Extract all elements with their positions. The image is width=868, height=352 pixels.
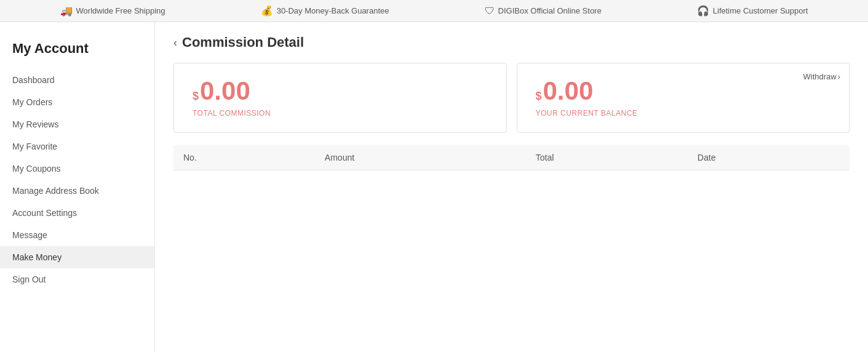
topbar-icon: 🎧 (697, 5, 709, 17)
commission-amount: $ 0.00 (193, 78, 488, 104)
sidebar: My Account DashboardMy OrdersMy ReviewsM… (0, 22, 155, 352)
main-content: ‹ Commission Detail $ 0.00 TOTAL COMMISS… (155, 22, 868, 352)
table-col-2: Total (526, 145, 688, 170)
sidebar-nav-item-9[interactable]: Sign Out (0, 268, 154, 290)
sidebar-nav-item-7[interactable]: Message (0, 224, 154, 246)
currency-symbol: $ (193, 90, 199, 103)
commission-amount: $ 0.00 (536, 78, 831, 104)
top-bar-item: 🎧Lifetime Customer Support (697, 5, 808, 17)
table-header-row: No.AmountTotalDate (173, 145, 850, 170)
withdraw-label: Withdraw (803, 72, 836, 81)
back-button[interactable]: ‹ (173, 36, 177, 49)
top-bar: 🚚Worldwide Free Shipping💰30-Day Money-Ba… (0, 0, 868, 22)
commission-label: TOTAL COMMISSION (193, 109, 488, 118)
commission-card-0: $ 0.00 TOTAL COMMISSION (173, 63, 507, 133)
withdraw-button[interactable]: Withdraw› (803, 72, 840, 81)
sidebar-nav-item-5[interactable]: Manage Address Book (0, 180, 154, 202)
table-header: No.AmountTotalDate (173, 145, 850, 170)
amount-value: 0.00 (200, 78, 250, 104)
commission-card-1: Withdraw› $ 0.00 YOUR CURRENT BALANCE (517, 63, 850, 133)
topbar-label: 30-Day Money-Back Guarantee (277, 6, 389, 15)
sidebar-nav-item-2[interactable]: My Reviews (0, 113, 154, 135)
top-bar-item: 💰30-Day Money-Back Guarantee (261, 5, 389, 17)
sidebar-title: My Account (0, 34, 154, 69)
main-layout: My Account DashboardMy OrdersMy ReviewsM… (0, 22, 868, 352)
sidebar-nav-item-8[interactable]: Make Money (0, 246, 154, 268)
table-col-0: No. (173, 145, 315, 170)
table-col-3: Date (688, 145, 850, 170)
page-title: Commission Detail (182, 34, 304, 50)
top-bar-item: 🛡DIGIBox Official Online Store (485, 6, 602, 17)
topbar-label: Worldwide Free Shipping (76, 6, 165, 15)
topbar-label: DIGIBox Official Online Store (498, 6, 602, 15)
topbar-label: Lifetime Customer Support (713, 6, 808, 15)
sidebar-nav-item-3[interactable]: My Favorite (0, 135, 154, 158)
sidebar-nav-item-0[interactable]: Dashboard (0, 69, 154, 91)
topbar-icon: 🛡 (485, 6, 495, 17)
topbar-icon: 🚚 (60, 5, 73, 17)
amount-value: 0.00 (543, 78, 594, 104)
top-bar-item: 🚚Worldwide Free Shipping (60, 5, 165, 17)
commission-label: YOUR CURRENT BALANCE (536, 109, 831, 118)
sidebar-nav-item-6[interactable]: Account Settings (0, 202, 154, 224)
commission-table: No.AmountTotalDate (173, 145, 850, 170)
currency-symbol: $ (536, 90, 542, 103)
topbar-icon: 💰 (261, 5, 273, 17)
sidebar-nav-item-1[interactable]: My Orders (0, 91, 154, 113)
sidebar-nav-item-4[interactable]: My Coupons (0, 158, 154, 180)
withdraw-arrow: › (838, 72, 840, 81)
page-header: ‹ Commission Detail (173, 34, 850, 50)
table-col-1: Amount (315, 145, 526, 170)
commission-cards: $ 0.00 TOTAL COMMISSIONWithdraw› $ 0.00 … (173, 63, 850, 133)
